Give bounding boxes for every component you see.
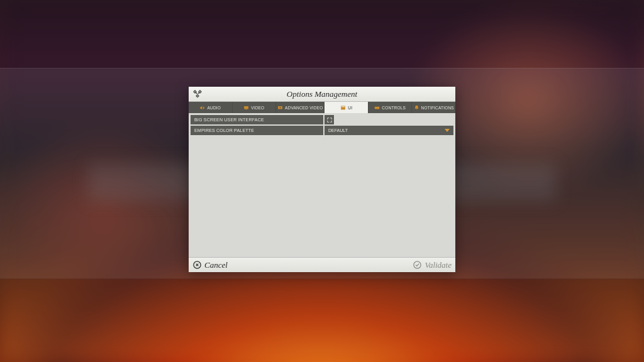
monitor-plus-icon <box>277 105 283 111</box>
tab-controls[interactable]: CONTROLS <box>369 102 412 113</box>
tab-label: NOTIFICATIONS <box>421 106 454 110</box>
setting-label: BIG SCREEN USER INTERFACE <box>191 115 323 124</box>
svg-rect-4 <box>341 106 345 107</box>
validate-label: Validate <box>425 260 452 270</box>
options-window: Options Management AUDIO VIDEO ADVANCED … <box>189 87 455 272</box>
tab-label: CONTROLS <box>382 106 406 110</box>
footer: Cancel Validate <box>189 257 455 272</box>
svg-rect-0 <box>244 106 248 109</box>
cancel-button[interactable]: Cancel <box>192 260 228 270</box>
svg-rect-5 <box>375 106 380 109</box>
bell-icon <box>414 105 419 111</box>
validate-button[interactable]: Validate <box>413 260 452 270</box>
close-circle-icon <box>192 260 202 270</box>
tab-notifications[interactable]: NOTIFICATIONS <box>412 102 455 113</box>
window-title: Options Management <box>287 89 357 99</box>
tab-audio[interactable]: AUDIO <box>189 102 232 113</box>
tab-bar: AUDIO VIDEO ADVANCED VIDEO UI CONTROLS <box>189 102 455 113</box>
settings-panel: BIG SCREEN USER INTERFACE EMPIRES COLOR … <box>189 113 455 257</box>
setting-row-palette: EMPIRES COLOR PALETTE DEFAULT <box>191 126 453 135</box>
tools-icon <box>192 89 203 99</box>
tab-label: VIDEO <box>251 106 264 110</box>
svg-rect-1 <box>246 109 247 109</box>
tab-label: ADVANCED VIDEO <box>285 106 323 110</box>
monitor-icon <box>243 105 249 111</box>
setting-row-big-screen: BIG SCREEN USER INTERFACE <box>191 115 453 124</box>
setting-control: DEFAULT <box>325 126 453 135</box>
expand-icon <box>326 117 333 123</box>
tab-ui[interactable]: UI <box>325 102 368 113</box>
cancel-label: Cancel <box>204 260 228 270</box>
setting-control <box>325 115 453 124</box>
big-screen-checkbox[interactable] <box>325 115 334 124</box>
setting-label: EMPIRES COLOR PALETTE <box>191 126 323 135</box>
speaker-icon <box>199 105 205 111</box>
tab-advanced-video[interactable]: ADVANCED VIDEO <box>276 102 324 113</box>
tab-label: AUDIO <box>207 106 221 110</box>
check-circle-icon <box>413 260 422 270</box>
svg-point-7 <box>414 261 421 268</box>
ui-icon <box>340 105 346 111</box>
keyboard-icon <box>374 105 380 111</box>
chevron-down-icon <box>445 129 450 132</box>
titlebar: Options Management <box>189 87 455 102</box>
tab-label: UI <box>348 106 352 110</box>
dropdown-value: DEFAULT <box>328 128 348 133</box>
palette-dropdown[interactable]: DEFAULT <box>325 126 453 135</box>
tab-video[interactable]: VIDEO <box>233 102 276 113</box>
